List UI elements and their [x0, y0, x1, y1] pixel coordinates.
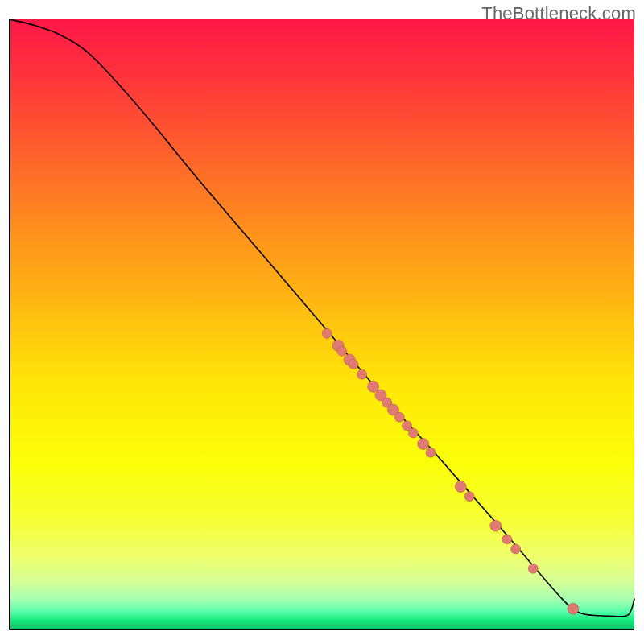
data-point	[322, 328, 332, 338]
data-point	[490, 520, 502, 531]
data-point	[568, 603, 579, 614]
data-point	[426, 448, 436, 457]
data-point	[455, 481, 466, 493]
data-point	[528, 564, 538, 573]
chart-container: TheBottleneck.com	[0, 0, 644, 644]
data-point	[464, 492, 474, 502]
data-point	[349, 359, 358, 369]
data-point	[418, 439, 429, 450]
data-point	[394, 412, 404, 422]
data-point	[408, 428, 418, 438]
watermark-text: TheBottleneck.com	[481, 3, 636, 24]
data-point	[357, 369, 367, 379]
bottleneck-curve	[10, 19, 634, 617]
data-point	[502, 535, 512, 544]
data-point	[337, 346, 347, 356]
plot-overlay	[10, 19, 634, 630]
data-point	[511, 544, 521, 554]
